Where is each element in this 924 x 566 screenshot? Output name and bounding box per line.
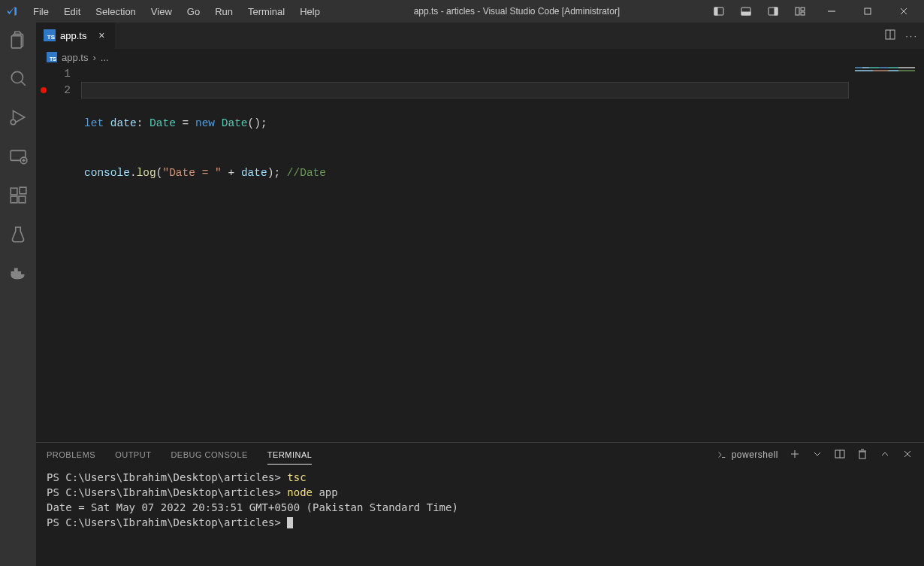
- token-function: log: [137, 167, 156, 179]
- typescript-file-icon: TS: [44, 29, 56, 41]
- line-gutter: 1 2: [36, 65, 84, 442]
- docker-icon[interactable]: [8, 263, 29, 284]
- svg-rect-1: [714, 8, 717, 15]
- panel-tabs: PROBLEMS OUTPUT DEBUG CONSOLE TERMINAL p…: [36, 443, 924, 467]
- svg-rect-26: [20, 187, 26, 194]
- editor-actions: ···: [884, 23, 924, 49]
- svg-rect-24: [11, 196, 17, 203]
- main-menu: File Edit Selection View Go Run Terminal…: [26, 3, 328, 20]
- breadcrumb-separator-icon: ›: [92, 52, 95, 63]
- kill-terminal-icon[interactable]: [856, 448, 868, 462]
- menu-edit[interactable]: Edit: [56, 3, 88, 20]
- terminal-line: Date = Sat May 07 2022 20:53:51 GMT+0500…: [47, 501, 458, 513]
- minimap[interactable]: [849, 65, 924, 442]
- breakpoint-icon[interactable]: [41, 87, 47, 93]
- panel-tab-output[interactable]: OUTPUT: [115, 446, 151, 464]
- terminal-prompt: PS C:\Users\Ibrahim\Desktop\articles>: [47, 471, 287, 483]
- run-debug-icon[interactable]: [8, 107, 29, 128]
- token-type: Date: [149, 117, 176, 129]
- svg-rect-5: [775, 8, 778, 15]
- token-variable: date: [241, 167, 267, 179]
- bottom-panel: PROBLEMS OUTPUT DEBUG CONSOLE TERMINAL p…: [36, 442, 924, 566]
- token-op: +: [222, 167, 241, 179]
- token-op: :: [137, 117, 143, 129]
- menu-run[interactable]: Run: [207, 3, 240, 20]
- svg-rect-27: [11, 272, 14, 274]
- panel-actions: powershell: [717, 448, 913, 462]
- tab-label: app.ts: [60, 30, 86, 41]
- window-maximize-icon[interactable]: [850, 0, 885, 23]
- svg-rect-14: [11, 36, 21, 48]
- maximize-panel-icon[interactable]: [879, 448, 891, 462]
- svg-rect-10: [865, 8, 871, 14]
- layout-sidebar-right-icon[interactable]: [760, 0, 786, 23]
- terminal-cursor: [287, 517, 293, 528]
- line-number: 1: [36, 65, 71, 82]
- title-bar: File Edit Selection View Go Run Terminal…: [0, 0, 924, 23]
- svg-rect-25: [19, 196, 26, 203]
- close-panel-icon[interactable]: [901, 448, 913, 462]
- token-op: .: [130, 167, 137, 179]
- search-icon[interactable]: [8, 68, 29, 89]
- remote-explorer-icon[interactable]: [8, 146, 29, 167]
- code-area[interactable]: let date: Date = new Date(); console.log…: [84, 65, 849, 442]
- menu-selection[interactable]: Selection: [88, 3, 143, 20]
- menu-file[interactable]: File: [26, 3, 56, 20]
- terminal-output[interactable]: PS C:\Users\Ibrahim\Desktop\articles> ts…: [36, 467, 924, 566]
- svg-rect-38: [859, 452, 865, 459]
- svg-rect-29: [18, 272, 20, 274]
- layout-panel-icon[interactable]: [733, 0, 759, 23]
- window-close-icon[interactable]: [886, 0, 921, 23]
- terminal-command: node: [287, 486, 313, 498]
- breadcrumb-file: app.ts: [62, 52, 88, 63]
- terminal-prompt: PS C:\Users\Ibrahim\Desktop\articles>: [47, 516, 287, 528]
- editor-group: TS app.ts × ··· TS app.ts › ... 1 2: [36, 23, 924, 566]
- window-title: app.ts - articles - Visual Studio Code […: [328, 6, 706, 17]
- breadcrumb-tail: ...: [101, 52, 109, 63]
- activity-bar: [0, 23, 36, 566]
- token-keyword: new: [195, 117, 215, 129]
- split-terminal-icon[interactable]: [834, 448, 846, 462]
- token-keyword: let: [84, 117, 104, 129]
- breadcrumb[interactable]: TS app.ts › ...: [36, 49, 924, 65]
- customize-layout-icon[interactable]: [787, 0, 813, 23]
- extensions-icon[interactable]: [8, 185, 29, 206]
- terminal-command: tsc: [287, 471, 306, 483]
- token-comment: //Date: [287, 167, 326, 179]
- token-op: ();: [248, 117, 267, 129]
- testing-icon[interactable]: [8, 224, 29, 245]
- svg-rect-30: [15, 269, 17, 271]
- code-editor[interactable]: 1 2 let date: Date = new Date(); console…: [36, 65, 924, 442]
- terminal-arg: app: [313, 486, 338, 498]
- token-string: "Date = ": [162, 167, 221, 179]
- token-variable: console: [84, 167, 130, 179]
- more-actions-icon[interactable]: ···: [905, 30, 918, 41]
- menu-view[interactable]: View: [143, 3, 180, 20]
- explorer-icon[interactable]: [8, 29, 29, 50]
- token-variable: date: [110, 117, 137, 129]
- svg-rect-8: [801, 12, 805, 15]
- terminal-shell-indicator[interactable]: powershell: [717, 449, 778, 460]
- new-terminal-icon[interactable]: [789, 448, 801, 462]
- menu-help[interactable]: Help: [292, 3, 328, 20]
- terminal-dropdown-icon[interactable]: [811, 448, 823, 462]
- svg-rect-7: [801, 8, 805, 11]
- svg-point-15: [11, 71, 23, 83]
- svg-rect-3: [741, 12, 750, 15]
- layout-sidebar-left-icon[interactable]: [706, 0, 732, 23]
- panel-tab-terminal[interactable]: TERMINAL: [267, 446, 313, 465]
- menu-go[interactable]: Go: [180, 3, 207, 20]
- svg-rect-28: [15, 272, 17, 274]
- window-minimize-icon[interactable]: [814, 0, 849, 23]
- editor-tabs: TS app.ts × ···: [36, 23, 924, 49]
- panel-tab-debug-console[interactable]: DEBUG CONSOLE: [171, 446, 247, 464]
- vscode-logo-icon: [6, 5, 18, 17]
- panel-tab-problems[interactable]: PROBLEMS: [47, 446, 95, 464]
- tab-app-ts[interactable]: TS app.ts ×: [36, 23, 115, 49]
- svg-point-18: [11, 120, 16, 125]
- menu-terminal[interactable]: Terminal: [240, 3, 292, 20]
- tab-close-icon[interactable]: ×: [95, 29, 107, 41]
- svg-rect-6: [796, 8, 799, 15]
- svg-rect-23: [11, 188, 17, 195]
- split-editor-icon[interactable]: [884, 29, 896, 43]
